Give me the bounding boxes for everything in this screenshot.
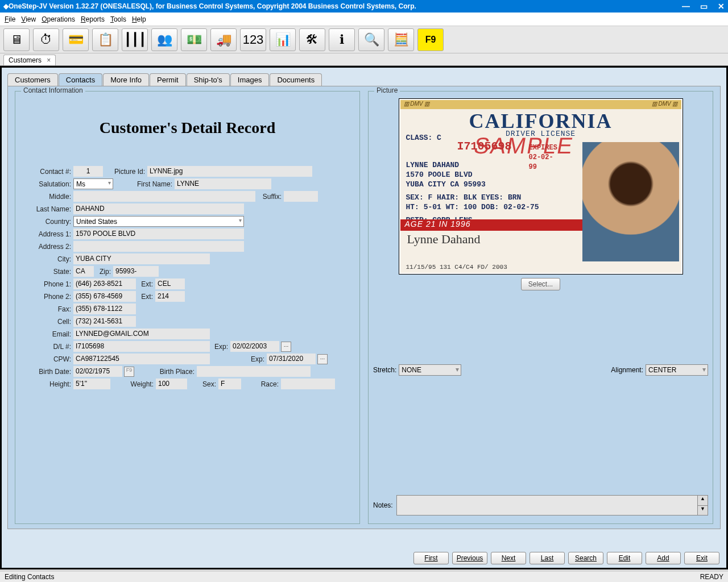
city-field[interactable]: YUBA CITY <box>73 253 210 264</box>
dl-field[interactable]: I7105698 <box>73 341 210 352</box>
menu-reports[interactable]: Reports <box>81 15 105 23</box>
add-button[interactable]: Add <box>646 552 681 564</box>
email-field[interactable]: LYNNED@GMAIL.COM <box>73 329 210 339</box>
birth-date-field[interactable]: 02/02/1975 <box>73 366 122 377</box>
tab-documents[interactable]: Documents <box>270 73 322 86</box>
country-dropdown[interactable]: United States <box>73 216 244 227</box>
middle-field[interactable] <box>73 191 255 202</box>
toolbar-btn-0[interactable]: 🖥 <box>3 28 30 51</box>
label-fax: Fax: <box>20 305 73 313</box>
toolbar-btn-12[interactable]: 🔍 <box>358 28 384 51</box>
phone2-field[interactable]: (355) 678-4569 <box>73 291 136 302</box>
address2-field[interactable] <box>73 241 244 252</box>
document-tab-customers[interactable]: Customers × <box>3 55 56 65</box>
fax-field[interactable]: (355) 678-1122 <box>73 304 136 314</box>
cpw-field[interactable]: CA987122545 <box>73 354 210 364</box>
previous-button[interactable]: Previous <box>452 552 487 564</box>
dl-exp-picker-icon[interactable]: … <box>281 342 291 352</box>
dl-exp-field[interactable]: 02/02/2003 <box>230 341 279 352</box>
suffix-field[interactable] <box>284 191 318 202</box>
tab-more-info[interactable]: More Info <box>103 73 149 86</box>
toolbar-btn-f9[interactable]: F9 <box>417 28 444 51</box>
minimize-icon[interactable]: — <box>682 2 690 11</box>
menu-view[interactable]: View <box>21 15 36 23</box>
notes-textarea[interactable]: ▲▼ <box>396 495 708 516</box>
toolbar-btn-5[interactable]: 👥 <box>151 28 177 51</box>
license-signature: Lynne Dahand <box>407 232 481 247</box>
workspace: Customers Contacts More Info Permit Ship… <box>0 66 728 569</box>
menu-help[interactable]: Help <box>132 15 146 23</box>
label-phone1: Phone 1: <box>20 280 73 288</box>
toolbar-btn-13[interactable]: 🧮 <box>388 28 414 51</box>
close-icon[interactable]: ✕ <box>718 2 725 11</box>
height-field[interactable]: 5'1" <box>73 379 110 389</box>
tab-customers[interactable]: Customers <box>7 73 58 86</box>
search-button[interactable]: Search <box>568 552 603 564</box>
phone1-field[interactable]: (646) 263-8521 <box>73 278 136 289</box>
tab-label: Customers <box>9 56 42 64</box>
stretch-dropdown[interactable]: NONE <box>399 364 461 376</box>
menu-operations[interactable]: Operations <box>42 15 75 23</box>
license-image: ▥ DMV ▥▥ DMV ▥ CALIFORNIA DRIVER LICENSE… <box>400 100 681 273</box>
first-button[interactable]: First <box>413 552 449 564</box>
label-height: Height: <box>20 380 73 388</box>
label-address2: Address 2: <box>20 243 73 251</box>
weight-field[interactable]: 100 <box>156 379 187 389</box>
toolbar-btn-2[interactable]: 💳 <box>63 28 89 51</box>
edit-button[interactable]: Edit <box>607 552 642 564</box>
toolbar-btn-3[interactable]: 📋 <box>92 28 118 51</box>
exit-button[interactable]: Exit <box>684 552 719 564</box>
label-suffix: Suffix: <box>255 193 284 201</box>
phone2-ext-field[interactable]: 214 <box>155 291 185 302</box>
toolbar-btn-1[interactable]: ⏱ <box>33 28 59 51</box>
label-phone2: Phone 2: <box>20 293 73 301</box>
tab-permit[interactable]: Permit <box>150 73 186 86</box>
menu-bar: File View Operations Reports Tools Help <box>0 13 728 26</box>
toolbar-btn-4[interactable]: ┃┃┃ <box>122 28 148 51</box>
notes-scrollbar[interactable]: ▲▼ <box>697 496 708 515</box>
picture-id-field[interactable]: LYNNE.jpg <box>147 166 312 177</box>
close-tab-icon[interactable]: × <box>47 56 51 64</box>
label-address1: Address 1: <box>20 230 73 238</box>
select-picture-button[interactable]: Select... <box>521 278 560 290</box>
label-middle: Middle: <box>20 193 73 201</box>
first-name-field[interactable]: LYNNE <box>175 178 271 189</box>
address1-field[interactable]: 1570 POOLE BLVD <box>73 228 244 239</box>
label-birth-date: Birth Date: <box>20 368 73 376</box>
menu-file[interactable]: File <box>5 15 15 23</box>
tab-shiptos[interactable]: Ship-to's <box>187 73 230 86</box>
maximize-icon[interactable]: ▭ <box>700 2 708 11</box>
birth-f9-button[interactable]: F9 <box>124 367 134 377</box>
contact-info-fieldset: Contact Information Customer's Detail Re… <box>15 91 360 524</box>
salutation-dropdown[interactable]: Ms <box>73 178 113 189</box>
birth-place-field[interactable] <box>197 366 311 377</box>
cpw-exp-field[interactable]: 07/31/2020 <box>267 354 316 364</box>
alignment-dropdown[interactable]: CENTER <box>646 364 708 376</box>
label-notes: Notes: <box>373 501 393 509</box>
contact-no-field[interactable]: 1 <box>73 166 103 177</box>
next-button[interactable]: Next <box>491 552 526 564</box>
label-cpw: CPW: <box>20 355 73 363</box>
last-button[interactable]: Last <box>530 552 565 564</box>
label-email: Email: <box>20 330 73 338</box>
label-picture-id: Picture Id: <box>103 168 147 176</box>
toolbar-btn-10[interactable]: 🛠 <box>299 28 325 51</box>
toolbar-btn-6[interactable]: 💵 <box>181 28 207 51</box>
toolbar-btn-8[interactable]: 123 <box>240 28 266 51</box>
race-field[interactable] <box>281 379 335 389</box>
tab-contacts[interactable]: Contacts <box>59 73 102 86</box>
state-field[interactable]: CA <box>73 266 94 277</box>
last-name-field[interactable]: DAHAND <box>73 203 244 214</box>
toolbar-btn-7[interactable]: 🚚 <box>210 28 237 51</box>
zip-field[interactable]: 95993- <box>113 266 159 277</box>
cpw-exp-picker-icon[interactable]: … <box>317 354 328 364</box>
toolbar-btn-9[interactable]: 📊 <box>270 28 296 51</box>
status-bar: Editing Contacts READY <box>0 571 728 582</box>
license-photo <box>582 142 679 261</box>
cell-field[interactable]: (732) 241-5631 <box>73 316 136 327</box>
menu-tools[interactable]: Tools <box>110 15 126 23</box>
toolbar-btn-11[interactable]: ℹ <box>329 28 355 51</box>
sex-field[interactable]: F <box>218 379 241 389</box>
phone1-ext-field[interactable]: CEL <box>155 278 185 289</box>
tab-images[interactable]: Images <box>230 73 270 86</box>
